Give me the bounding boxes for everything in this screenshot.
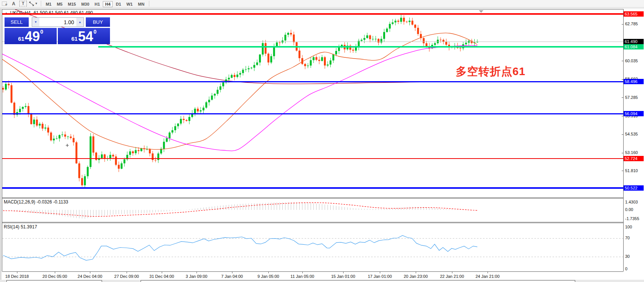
sell-button[interactable]: SELL xyxy=(5,17,29,27)
volume-decrease-button[interactable]: ▼ xyxy=(32,18,39,26)
timeframe-button-mn[interactable]: MN xyxy=(136,1,147,7)
price-level-badge: 52.724 xyxy=(624,156,644,161)
chart-title: ▲UKOil-,H461.500 61.540 61.480 61.490 xyxy=(5,10,93,15)
volume-increase-button[interactable]: ▲ xyxy=(76,18,84,26)
price-tick-label: 57.285 xyxy=(625,95,638,100)
text-label-icon[interactable]: A xyxy=(10,1,17,7)
timeframe-button-m15[interactable]: M15 xyxy=(65,1,78,7)
price-level-badge: 61.084 xyxy=(624,44,644,49)
ohlc-values: 61.500 61.540 61.480 61.490 xyxy=(34,10,93,15)
volume-input[interactable] xyxy=(39,18,76,26)
volume-stepper: ▼ ▲ xyxy=(32,17,84,27)
toolbar: F A T ▼ M1M5M15M30H1H4D1W1MN xyxy=(0,0,644,8)
timeframe-group: M1M5M15M30H1H4D1W1MN xyxy=(43,0,147,7)
timeframe-button-h4[interactable]: H4 xyxy=(103,1,113,7)
timeframe-button-m1[interactable]: M1 xyxy=(43,1,54,7)
timeframe-button-h1[interactable]: H1 xyxy=(92,1,102,7)
price-tick-label: 53.160 xyxy=(625,150,638,155)
buy-price-prefix: 61 xyxy=(71,35,78,42)
time-tick-label: 9 Jan 05:00 xyxy=(257,274,279,279)
one-click-trading-panel: SELL ▼ ▲ BUY 61 49 0 61 54 0 xyxy=(5,17,110,44)
cursor-arrows-glyph xyxy=(29,2,34,6)
bottom-window-strip xyxy=(0,280,644,282)
price-tick-label: 62.785 xyxy=(625,22,638,26)
time-tick-label: 11 Jan 05:00 xyxy=(291,274,314,279)
window-left-border xyxy=(1,8,1,280)
sell-price-button[interactable]: 61 49 0 xyxy=(5,28,57,44)
macd-indicator-label: MACD(12,26,9) -0.0326 -0.1133 xyxy=(4,199,68,205)
timeframe-button-m5[interactable]: M5 xyxy=(54,1,65,7)
time-tick-label: 27 Dec 09:00 xyxy=(114,274,139,279)
dropdown-caret-icon[interactable]: ▼ xyxy=(35,2,38,5)
text-box-icon[interactable]: T xyxy=(19,1,27,6)
rsi-scale-label: 0 xyxy=(625,267,627,271)
buy-price-button[interactable]: 61 54 0 xyxy=(58,28,110,44)
timeframe-button-d1[interactable]: D1 xyxy=(113,1,123,7)
price-level-badge: 63.565 xyxy=(624,11,644,17)
toolbar-separator xyxy=(149,1,149,6)
time-tick-label: 18 Dec 2018 xyxy=(5,274,29,279)
time-tick-label: 31 Dec 04:00 xyxy=(149,274,174,279)
grid-f-label: F xyxy=(6,3,8,6)
rsi-scale-label: 70 xyxy=(625,236,630,240)
macd-scale-label: -1.7355 xyxy=(625,216,639,221)
buy-price-sup: 0 xyxy=(93,29,96,35)
timeframe-button-m30[interactable]: M30 xyxy=(79,1,91,7)
background-window-edge xyxy=(6,280,102,282)
time-tick-label: 20 Dec 05:00 xyxy=(42,274,67,279)
rsi-scale-label: 100 xyxy=(625,225,632,229)
time-tick-label: 7 Jan 04:00 xyxy=(221,274,243,279)
price-level-badge: 61.490 xyxy=(624,39,644,44)
symbol-period-label: UKOil-,H4 xyxy=(10,10,31,15)
time-tick-label: 17 Jan 01:00 xyxy=(368,274,392,279)
macd-scale-label: 1.4303 xyxy=(625,200,638,204)
time-tick-label: 22 Jan 21:00 xyxy=(440,274,464,279)
rsi-scale-label: 30 xyxy=(625,254,630,259)
time-tick-label: 24 Jan 21:00 xyxy=(475,274,500,279)
background-window-edge xyxy=(141,280,575,282)
collapse-triangle-icon[interactable]: ▲ xyxy=(5,11,8,15)
rsi-indicator-label: RSI(14) 51.3917 xyxy=(4,224,37,230)
buy-price-big: 54 xyxy=(78,30,93,43)
chart-annotation-text: 多空转折点61 xyxy=(456,64,525,79)
price-level-badge: 56.094 xyxy=(624,111,644,116)
time-tick-label: 15 Jan 01:00 xyxy=(331,274,355,279)
mt4-window: F A T ▼ M1M5M15M30H1H4D1W1MN ▲UKOil-,H46… xyxy=(0,0,644,282)
cursor-arrows-icon[interactable]: ▼ xyxy=(29,1,38,7)
buy-button[interactable]: BUY xyxy=(86,17,110,27)
time-tick-label: 20 Jan 23:00 xyxy=(404,274,428,279)
sell-price-big: 49 xyxy=(25,30,40,43)
sell-price-prefix: 61 xyxy=(18,35,25,42)
price-tick-label: 51.810 xyxy=(625,168,638,173)
price-tick-label: 54.535 xyxy=(625,132,638,136)
chart-grid-f-icon[interactable]: F xyxy=(1,1,8,7)
price-tick-label: 60.035 xyxy=(625,59,638,63)
toolbar-separator xyxy=(41,1,41,6)
macd-scale-label: 0.00 xyxy=(625,207,633,212)
time-tick-label: 24 Dec 04:00 xyxy=(77,274,102,279)
time-tick-label: 3 Jan 09:00 xyxy=(186,274,207,279)
sell-price-sup: 0 xyxy=(40,29,43,35)
timeframe-button-w1[interactable]: W1 xyxy=(124,1,135,7)
price-level-badge: 58.496 xyxy=(624,79,644,84)
price-level-badge: 50.522 xyxy=(624,185,644,191)
